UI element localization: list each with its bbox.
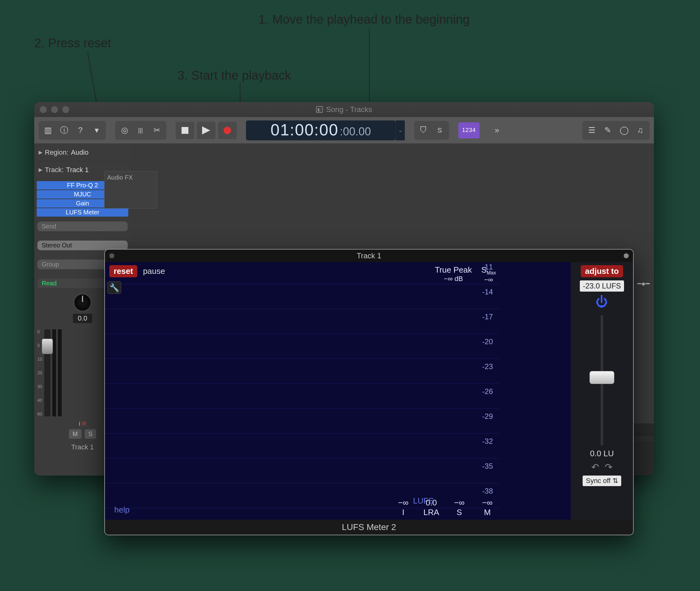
scale-label: -38 xyxy=(482,487,493,496)
plugin-title: Track 1 xyxy=(357,252,381,260)
plugin-name-footer: LUFS Meter 2 xyxy=(105,520,633,535)
svg-point-2 xyxy=(224,127,231,134)
scale-label: -14 xyxy=(482,287,493,296)
quick-help-button[interactable]: ? xyxy=(72,122,89,138)
scissors-button[interactable]: ✂ xyxy=(149,122,165,138)
annotation-step1: 1. Move the playhead to the beginning xyxy=(258,12,470,26)
plugin-titlebar[interactable]: Track 1 xyxy=(105,250,633,262)
scale-label: -23 xyxy=(482,362,493,371)
window-traffic-lights[interactable] xyxy=(34,106,69,113)
solo-mode-button[interactable]: S xyxy=(431,122,448,138)
list-editors-button[interactable]: ☰ xyxy=(584,122,600,138)
input-monitor-i[interactable]: I xyxy=(79,421,80,427)
settings-button[interactable]: 🔧 xyxy=(107,281,121,294)
count-in-button[interactable]: 1234 xyxy=(458,122,479,138)
target-loudness-field[interactable]: -23.0 LUFS xyxy=(580,280,624,291)
gain-fader[interactable] xyxy=(589,315,615,446)
send-slot[interactable]: Send xyxy=(37,221,128,231)
true-peak-value: −∞ dB xyxy=(444,275,463,283)
stop-button[interactable] xyxy=(176,122,194,139)
lcd-mode-dropdown[interactable]: ⌄ xyxy=(396,120,405,140)
scale-label: -32 xyxy=(482,437,493,446)
momentary-label: M xyxy=(484,508,491,517)
scale-label: -17 xyxy=(482,313,493,321)
gain-value: 0.0 LU xyxy=(590,449,614,458)
minimize-dot[interactable] xyxy=(51,106,58,113)
titlebar: ◧ Song - Tracks xyxy=(34,102,654,117)
plugin-window: Track 1 reset pause 🔧 True Peak −∞ dB SM… xyxy=(104,249,634,535)
sync-dropdown[interactable]: Sync off⇅ xyxy=(583,475,621,486)
document-icon: ◧ xyxy=(316,106,323,113)
region-value: Audio xyxy=(71,148,89,156)
integrated-label: I xyxy=(402,508,404,517)
scale-label: -26 xyxy=(482,387,493,396)
scale-label: -35 xyxy=(482,462,493,471)
media-browser-button[interactable]: ♫ xyxy=(632,122,648,138)
short-term-value: −∞ xyxy=(454,498,465,508)
main-toolbar: ▥ ⓘ ? ▾ ◎ ⫼ ✂ 01:00:00 :00.00 ⌄ ⛉ S 1234… xyxy=(34,117,654,144)
toolbar-more-button[interactable]: » xyxy=(489,122,505,138)
scale-label: -29 xyxy=(482,412,493,421)
undo-button[interactable]: ↶ xyxy=(591,462,599,472)
solo-button[interactable]: S xyxy=(85,429,96,439)
help-link[interactable]: help xyxy=(114,505,129,515)
level-meter xyxy=(58,329,62,416)
lcd-display[interactable]: 01:00:00 :00.00 xyxy=(246,120,396,140)
record-enable-r[interactable]: R xyxy=(82,421,86,427)
replace-mode-button[interactable]: ⛉ xyxy=(415,122,431,138)
volume-fader[interactable] xyxy=(44,329,50,416)
track-value: Track 1 xyxy=(66,166,89,174)
region-header[interactable]: ▶ Region: Audio xyxy=(34,144,131,161)
true-peak-label: True Peak xyxy=(435,265,472,275)
lcd-time-main: 01:00:00 xyxy=(271,120,339,139)
scale-label: -11 xyxy=(482,263,493,271)
track-label: Track: xyxy=(45,166,63,174)
inspector-button[interactable]: ⓘ xyxy=(56,122,72,138)
window-title: Song - Tracks xyxy=(326,105,372,114)
disclosure-triangle-icon: ▶ xyxy=(39,167,42,173)
scale-label: -20 xyxy=(482,337,493,346)
lra-value: 0.0 xyxy=(426,498,437,508)
lra-label: LRA xyxy=(423,508,440,517)
plugin-close-dot[interactable] xyxy=(109,253,114,258)
svg-rect-0 xyxy=(182,127,188,134)
library-button[interactable]: ▥ xyxy=(40,122,56,138)
loudness-meter-area: reset pause 🔧 True Peak −∞ dB SMax −∞ xyxy=(105,262,571,520)
toolbar-dropdown[interactable]: ▾ xyxy=(89,122,105,138)
play-button[interactable] xyxy=(197,122,216,139)
loudness-readouts: −∞I 0.0LRA −∞S −∞M xyxy=(395,498,496,517)
smax-value: −∞ xyxy=(484,276,493,284)
mixer-button[interactable]: ⫼ xyxy=(133,122,149,138)
lcd-time-sub: :00.00 xyxy=(340,125,371,138)
zoom-dot[interactable] xyxy=(62,106,69,113)
momentary-value: −∞ xyxy=(482,498,492,508)
pan-value[interactable]: 0.0 xyxy=(73,314,93,323)
short-term-label: S xyxy=(457,508,462,517)
region-label: Region: xyxy=(45,148,68,156)
annotation-step2: 2. Press reset xyxy=(34,36,111,50)
annotation-step3: 3. Start the playback xyxy=(177,68,291,82)
mute-button[interactable]: M xyxy=(69,429,81,439)
audio-fx-slot[interactable]: Audio FX xyxy=(104,171,157,208)
integrated-value: −∞ xyxy=(398,498,409,508)
zoom-slider-2[interactable]: ━●━ xyxy=(637,280,650,288)
plugin-slot[interactable]: LUFS Meter xyxy=(37,208,128,217)
record-button[interactable] xyxy=(218,122,237,139)
close-dot[interactable] xyxy=(40,106,47,113)
smart-controls-button[interactable]: ◎ xyxy=(116,122,133,138)
redo-button[interactable]: ↷ xyxy=(605,462,612,472)
reset-button[interactable]: reset xyxy=(109,265,137,277)
loop-browser-button[interactable]: ◯ xyxy=(616,122,632,138)
plugin-drag-dot[interactable] xyxy=(624,253,629,258)
pan-knob[interactable] xyxy=(73,293,92,312)
power-button[interactable]: ⏻ xyxy=(596,295,608,309)
disclosure-triangle-icon: ▶ xyxy=(39,149,42,155)
svg-marker-1 xyxy=(202,126,210,134)
notepad-button[interactable]: ✎ xyxy=(600,122,616,138)
adjust-to-button[interactable]: adjust to xyxy=(581,265,623,277)
pause-button[interactable]: pause xyxy=(143,266,165,276)
gain-panel: adjust to -23.0 LUFS ⏻ 0.0 LU ↶ ↷ Sync o… xyxy=(571,262,633,520)
